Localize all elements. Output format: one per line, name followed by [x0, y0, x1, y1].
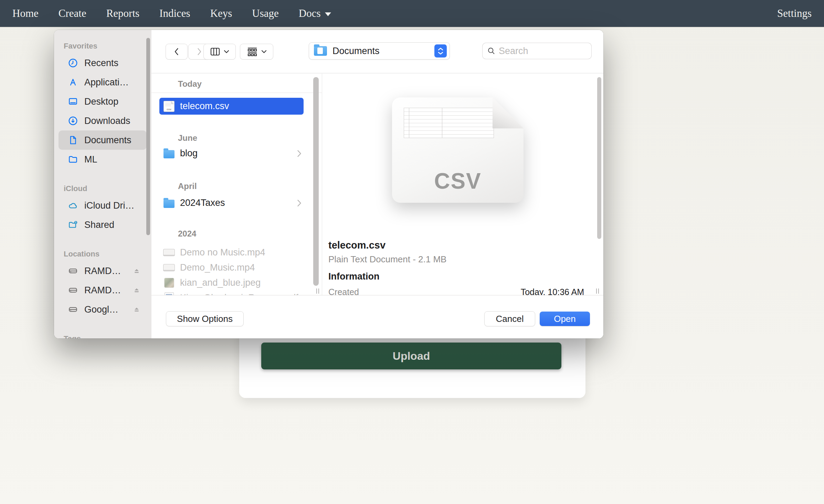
preview-pane: CSV telecom.csv Plain Text Document - 2.…: [322, 74, 603, 295]
back-button[interactable]: [166, 44, 187, 59]
dialog-footer: Show Options Cancel Open: [151, 295, 603, 338]
view-mode-button[interactable]: [204, 44, 235, 59]
csv-document-icon: CSV: [392, 97, 524, 203]
nav-indices[interactable]: Indices: [159, 7, 190, 20]
file-name: Demo_Music.mp4: [180, 262, 255, 273]
disk-icon: [68, 304, 78, 315]
nav-docs[interactable]: Docs: [299, 7, 331, 20]
file-row-telecom-csv[interactable]: telecom.csv: [159, 98, 304, 115]
dialog-sidebar: Favorites Recents Applicati… Desktop Dow…: [54, 30, 151, 338]
disk-icon: [68, 266, 78, 276]
sidebar-item-applications[interactable]: Applicati…: [59, 73, 147, 92]
preview-created-label: Created: [328, 287, 359, 295]
location-dropdown[interactable]: Documents: [309, 43, 450, 59]
csv-file-icon: [163, 101, 175, 112]
dialog-toolbar: Documents: [151, 30, 603, 73]
sidebar-item-label: RAMD…: [84, 285, 121, 296]
nav-docs-label: Docs: [299, 7, 321, 20]
preview-meta: Plain Text Document - 2.1 MB: [328, 254, 446, 265]
sidebar-item-documents[interactable]: Documents: [59, 130, 147, 150]
appstore-icon: [68, 77, 78, 87]
columns-view-icon: [210, 47, 220, 56]
chevron-right-icon: [196, 47, 203, 56]
stepper-icon: [434, 44, 447, 57]
sidebar-item-ramdisk-1[interactable]: RAMD…: [59, 261, 147, 281]
sidebar-scrollbar[interactable]: [146, 38, 150, 235]
chevron-right-icon: [297, 150, 302, 157]
document-icon: [68, 135, 78, 145]
chevron-left-icon: [173, 47, 180, 56]
search-field[interactable]: [483, 43, 591, 59]
chevron-down-icon: [224, 50, 229, 54]
file-name: blog: [180, 148, 198, 159]
nav-home[interactable]: Home: [12, 7, 39, 20]
column-resize-handle[interactable]: [596, 288, 601, 294]
sidebar-item-label: Googl…: [84, 304, 118, 315]
group-header-2024: 2024: [178, 229, 322, 238]
nav-settings[interactable]: Settings: [777, 7, 812, 20]
search-input[interactable]: [499, 46, 587, 56]
sidebar-item-recents[interactable]: Recents: [59, 53, 147, 73]
sidebar-item-icloud-drive[interactable]: iCloud Dri…: [59, 196, 147, 215]
sidebar-item-label: Shared: [84, 220, 114, 230]
sidebar-item-label: Downloads: [84, 116, 130, 126]
show-options-button[interactable]: Show Options: [166, 312, 243, 326]
sidebar-item-google-drive[interactable]: Googl…: [59, 300, 147, 319]
column-resize-handle[interactable]: [316, 288, 321, 294]
sidebar-item-label: Applicati…: [84, 77, 129, 88]
file-list-scrollbar[interactable]: [313, 77, 319, 286]
nav-keys[interactable]: Keys: [210, 7, 232, 20]
folder-icon: [314, 46, 327, 56]
file-row-kian-and-blue: kian_and_blue.jpeg: [159, 275, 304, 290]
folder-icon: [163, 148, 175, 159]
file-name: kian_and_blue.jpeg: [180, 277, 261, 288]
sidebar-item-shared[interactable]: Shared: [59, 215, 147, 234]
cloud-icon: [68, 200, 78, 211]
group-header-june: June: [178, 133, 322, 142]
file-row-2024taxes[interactable]: 2024Taxes: [159, 195, 304, 211]
sidebar-item-label: Desktop: [84, 96, 118, 107]
shared-folder-icon: [68, 220, 78, 230]
file-row-blog[interactable]: blog: [159, 145, 304, 162]
page-fold: [493, 97, 524, 128]
csv-table-thumbnail: [404, 108, 494, 138]
download-circle-icon: [68, 116, 78, 126]
sidebar-item-ml[interactable]: ML: [59, 150, 147, 169]
group-header-today: Today: [178, 79, 322, 88]
sidebar-item-label: Documents: [84, 135, 131, 146]
file-name: telecom.csv: [180, 101, 229, 112]
video-file-icon: [163, 262, 175, 273]
pdf-file-icon: [163, 292, 175, 295]
sidebar-item-label: ML: [84, 154, 97, 165]
file-row-demo-no-music: Demo no Music.mp4: [159, 245, 304, 260]
divider: [151, 93, 322, 93]
nav-reports[interactable]: Reports: [106, 7, 139, 20]
cancel-button[interactable]: Cancel: [485, 312, 535, 326]
open-button[interactable]: Open: [540, 312, 590, 326]
sidebar-section-favorites: Favorites: [64, 42, 151, 51]
chevron-right-icon: [297, 199, 302, 207]
group-header-april: April: [178, 181, 322, 190]
eject-icon[interactable]: [131, 266, 142, 276]
nav-usage[interactable]: Usage: [252, 7, 278, 20]
folder-icon: [163, 198, 175, 209]
sidebar-section-locations: Locations: [64, 250, 151, 259]
file-name: Kian_Ghodo…i_Resume.pdf: [180, 293, 298, 295]
group-mode-button[interactable]: [240, 44, 273, 59]
eject-icon[interactable]: [131, 285, 142, 295]
file-open-dialog: Favorites Recents Applicati… Desktop Dow…: [54, 30, 603, 338]
chevron-down-icon: [325, 12, 331, 16]
folder-icon: [68, 154, 78, 165]
sidebar-item-downloads[interactable]: Downloads: [59, 111, 147, 130]
search-icon: [487, 46, 495, 55]
sidebar-item-desktop[interactable]: Desktop: [59, 92, 147, 111]
eject-icon[interactable]: [131, 304, 142, 315]
desktop-icon: [68, 96, 78, 107]
upload-button[interactable]: Upload: [261, 343, 561, 369]
video-file-icon: [163, 247, 175, 258]
preview-information-title: Information: [328, 271, 380, 282]
sidebar-item-ramdisk-2[interactable]: RAMD…: [59, 281, 147, 300]
preview-scrollbar[interactable]: [597, 77, 601, 239]
nav-create[interactable]: Create: [59, 7, 86, 20]
preview-created-value: Today, 10:36 AM: [521, 287, 584, 295]
